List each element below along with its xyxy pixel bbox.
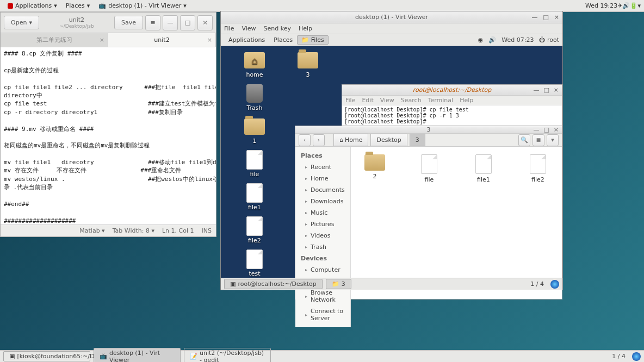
close-icon[interactable]: × (554, 14, 559, 21)
vm-desktop[interactable]: Applications Places 📁 Files ◉ 🔊 Wed 07:2… (221, 34, 562, 290)
sidebar-item-computer[interactable]: ▸Computer (298, 264, 348, 276)
desktop-icon-home[interactable]: home (238, 51, 271, 78)
battery-icon[interactable]: 🔋 (630, 2, 637, 9)
maximize-icon[interactable]: □ (543, 126, 549, 133)
vm-files-grid[interactable]: 2filefile1file2 (351, 147, 562, 327)
host-clock[interactable]: Wed 19:23 (585, 2, 617, 9)
save-button[interactable]: Save (114, 16, 143, 29)
status-language[interactable]: Matlab ▾ (79, 227, 104, 234)
vm-files-titlebar[interactable]: 3 —□× (295, 126, 562, 134)
status-tabwidth[interactable]: Tab Width: 8 ▾ (113, 227, 154, 234)
sidebar-item-music[interactable]: ▸Music (298, 207, 348, 219)
minimize-icon[interactable]: — (531, 14, 537, 21)
minimize-icon[interactable]: — (533, 126, 539, 133)
close-icon[interactable]: × (197, 15, 213, 30)
vv-menu-help[interactable]: Help (299, 25, 312, 32)
term-menu-view[interactable]: View (380, 97, 394, 104)
term-menu-file[interactable]: File (345, 97, 355, 104)
host-task-virtviewer[interactable]: 📺 desktop (1) - Virt Viewer (94, 348, 181, 363)
power-icon[interactable]: ▾ (637, 2, 641, 9)
show-desktop-icon[interactable] (550, 280, 559, 289)
vm-clock[interactable]: Wed 07:23 (501, 36, 534, 43)
vm-term-titlebar[interactable]: root@localhost:~/Desktop —□× (342, 85, 562, 96)
term-menu-help[interactable]: Help (460, 97, 473, 104)
desktop-icon-file2[interactable]: file2 (238, 216, 271, 244)
gedit-tab-1[interactable]: 第二单元练习× (1, 33, 108, 47)
host-task-terminal[interactable]: ▣ [kiosk@foundation65:~/Desktop] (3, 351, 90, 361)
desktop-icon-file1[interactable]: file1 (238, 183, 271, 211)
sidebar-item-documents[interactable]: ▸Documents (298, 184, 348, 196)
close-icon[interactable]: × (554, 86, 559, 93)
vm-task-terminal[interactable]: ▣ root@localhost:~/Desktop (224, 279, 323, 289)
term-menu-terminal[interactable]: Terminal (428, 97, 454, 104)
term-menu-edit[interactable]: Edit (362, 97, 373, 104)
vm-files-appmenu[interactable]: 📁 Files (297, 35, 329, 45)
maximize-icon[interactable]: □ (543, 86, 549, 93)
gedit-window: Open ▾ unit2 ~/Desktop/jsb Save ≡ — □ × … (0, 12, 216, 237)
view-list-icon[interactable]: ≣ (532, 134, 544, 146)
hamburger-icon[interactable]: ≡ (145, 15, 160, 30)
show-desktop-icon[interactable] (632, 352, 641, 361)
host-task-gedit[interactable]: 📝 unit2 (~/Desktop/jsb) - gedit (184, 348, 271, 363)
desktop-icon-3[interactable]: 3 (292, 51, 324, 78)
vv-menu-view[interactable]: View (242, 25, 256, 32)
desktop-icon-file[interactable]: file (238, 150, 271, 178)
file-item-file2[interactable]: file2 (522, 154, 554, 183)
tab-close-icon[interactable]: × (207, 36, 212, 43)
host-active-app-menu[interactable]: 📺 desktop (1) - Virt Viewer ▾ (94, 1, 191, 10)
gedit-headerbar: Open ▾ unit2 ~/Desktop/jsb Save ≡ — □ × (1, 13, 216, 33)
gedit-title: unit2 ~/Desktop/jsb (41, 16, 112, 29)
sidebar-item-downloads[interactable]: ▸Downloads (298, 196, 348, 207)
host-bottom-panel: ▣ [kiosk@foundation65:~/Desktop] 📺 deskt… (0, 350, 644, 362)
path-home[interactable]: ⌂ Home (333, 134, 368, 146)
desktop-icon-Trash[interactable]: Trash (238, 84, 271, 111)
host-apps-menu[interactable]: Applications ▾ (3, 1, 61, 10)
search-icon[interactable]: 🔍 (518, 134, 530, 146)
close-icon[interactable]: × (554, 126, 559, 133)
path-current[interactable]: 3 (410, 134, 425, 146)
sidebar-item-pictures[interactable]: ▸Pictures (298, 219, 348, 230)
airplane-icon[interactable]: ✈ (617, 2, 622, 9)
vm-task-files[interactable]: 📁 3 (326, 279, 351, 289)
vv-titlebar[interactable]: desktop (1) - Virt Viewer — □ × (221, 11, 562, 23)
sidebar-item-browse-network[interactable]: ▸Browse Network (298, 287, 348, 305)
volume-icon[interactable]: 🔊 (622, 2, 630, 9)
nav-forward-button[interactable]: › (313, 134, 325, 146)
minimize-icon[interactable]: — (163, 15, 178, 30)
maximize-icon[interactable]: □ (543, 14, 548, 21)
tab-close-icon[interactable]: × (100, 36, 104, 43)
term-menu-search[interactable]: Search (401, 97, 422, 104)
sidebar-item-videos[interactable]: ▸Videos (298, 230, 348, 241)
desktop-icon-1[interactable]: 1 (238, 117, 271, 145)
path-desktop[interactable]: Desktop (370, 134, 407, 146)
sidebar-item-recent[interactable]: ▸Recent (298, 161, 348, 173)
vm-workspace-indicator[interactable]: 1 / 4 (527, 280, 547, 288)
vv-menu-file[interactable]: File (224, 25, 234, 32)
view-dropdown-icon[interactable]: ▾ (547, 134, 559, 146)
maximize-icon[interactable]: □ (180, 15, 195, 30)
gedit-tab-2[interactable]: unit2× (108, 33, 216, 47)
accessibility-icon[interactable]: ◉ (478, 36, 484, 43)
minimize-icon[interactable]: — (533, 86, 539, 93)
host-workspace-indicator[interactable]: 1 / 4 (609, 353, 629, 360)
places-heading: Places (298, 150, 348, 161)
sidebar-item-trash[interactable]: ▸Trash (298, 241, 348, 253)
file-item-file1[interactable]: file1 (467, 154, 500, 183)
status-position: Ln 1, Col 1 (162, 227, 194, 234)
nav-back-button[interactable]: ‹ (299, 134, 311, 146)
vm-files-window: 3 —□× ‹ › ⌂ Home Desktop 3 🔍 ≣ ▾ Places … (295, 126, 562, 299)
file-item-file[interactable]: file (413, 154, 445, 183)
sidebar-item-home[interactable]: ▸Home (298, 173, 348, 184)
vm-user-menu[interactable]: ⏻ root (539, 36, 559, 43)
gedit-text-area[interactable]: #### 8.cp 文件复制 #### cp是新建文件的过程 cp file f… (1, 47, 216, 224)
sidebar-item-connect-to-server[interactable]: ▸Connect to Server (298, 305, 348, 324)
vm-term-menubar: File Edit View Search Terminal Help (342, 96, 562, 105)
host-places-menu[interactable]: Places ▾ (61, 1, 95, 10)
vm-places-menu[interactable]: Places (269, 35, 297, 45)
desktop-icon-test[interactable]: test (238, 249, 271, 277)
volume-icon[interactable]: 🔊 (488, 36, 496, 43)
vv-menu-sendkey[interactable]: Send key (264, 25, 291, 32)
vm-apps-menu[interactable]: Applications (224, 35, 269, 45)
file-item-2[interactable]: 2 (358, 154, 391, 180)
open-button[interactable]: Open ▾ (4, 16, 39, 29)
